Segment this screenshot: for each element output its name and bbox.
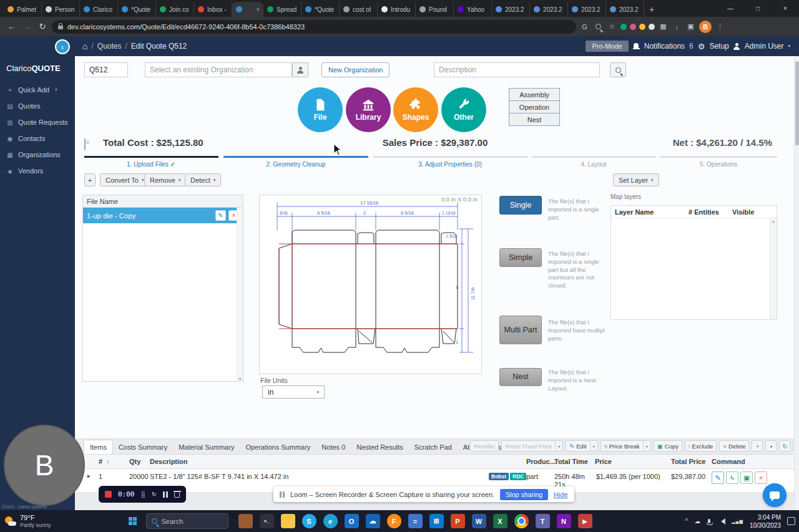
start-button[interactable] <box>129 517 137 526</box>
word-icon[interactable]: W <box>472 514 486 528</box>
sidebar-item-vendors[interactable]: ◈Vendors <box>0 163 75 179</box>
chat-widget-button[interactable] <box>763 483 787 507</box>
column-price[interactable]: Price <box>595 458 612 465</box>
onedrive-icon[interactable]: ☁ <box>366 514 380 528</box>
column-qty[interactable]: Qty <box>129 458 140 465</box>
select-contact-button[interactable] <box>292 62 308 77</box>
browser-tab[interactable]: 2023.2 <box>492 2 530 17</box>
organization-input[interactable] <box>145 62 292 77</box>
collapse-sidebar-button[interactable]: ‹ <box>55 39 70 54</box>
terminal-icon[interactable]: >_ <box>260 514 274 528</box>
browser-tab[interactable]: Clarico <box>80 2 118 17</box>
step-adjust-properties[interactable]: 3. Adjust Properties (0) <box>400 161 500 168</box>
new-organization-button[interactable]: New Organization <box>321 62 390 77</box>
expand-row-icon[interactable]: ▸ <box>87 473 91 479</box>
column-num[interactable]: # <box>99 458 102 465</box>
extension-icon[interactable] <box>639 24 645 30</box>
browser-tab[interactable]: Yahoo <box>454 2 492 17</box>
browser-tab[interactable]: 2023.2 <box>606 2 644 17</box>
tray-cloud-icon[interactable]: ☁ <box>694 518 700 525</box>
restart-recording-icon[interactable]: ↻ <box>152 491 157 498</box>
window-close-button[interactable]: × <box>772 0 799 17</box>
price-break-button[interactable]: ϟPrice Break <box>600 440 644 452</box>
step-upload-files[interactable]: 1. Upload Files ✓ <box>107 161 195 168</box>
column-description[interactable]: Description <box>150 458 188 465</box>
browser-tab[interactable]: Join co <box>156 2 194 17</box>
extension-icon[interactable] <box>630 24 636 30</box>
stop-sharing-button[interactable]: Stop sharing <box>500 489 548 500</box>
file-category-button[interactable]: File <box>298 87 343 132</box>
taskbar-clock[interactable]: 3:04 PM 10/30/2023 <box>750 513 781 530</box>
extension-icon[interactable] <box>620 24 627 30</box>
extension-icon[interactable] <box>649 24 655 30</box>
copy-item-button[interactable]: ▣Copy <box>654 440 682 452</box>
tab-costs-summary[interactable]: Costs Summary <box>113 440 173 454</box>
notifications-bell-icon[interactable] <box>633 43 640 49</box>
refresh-items-button[interactable]: ↻ <box>779 440 790 452</box>
drag-handle-icon[interactable]: ⣿ <box>141 491 145 498</box>
description-input[interactable] <box>434 62 600 77</box>
user-menu[interactable]: Admin User <box>745 42 784 51</box>
setup-link[interactable]: Setup <box>709 42 728 51</box>
media-player-icon[interactable]: ▶ <box>578 514 592 528</box>
delete-row-button[interactable]: × <box>755 472 767 484</box>
edit-item-button[interactable]: ✎Edit <box>566 440 590 452</box>
browser-tab[interactable]: Palmet <box>4 2 42 17</box>
browser-tab-active[interactable]: × <box>232 2 263 17</box>
weather-widget[interactable]: 79°FPartly sunny <box>0 510 56 532</box>
shapes-category-button[interactable]: Shapes <box>393 87 438 132</box>
chrome-icon[interactable] <box>514 514 529 528</box>
column-total-time[interactable]: Total Time <box>554 458 588 465</box>
chevron-down-icon[interactable]: ▾ <box>788 44 790 49</box>
reload-button[interactable]: ↻ <box>36 21 49 33</box>
tab-material-summary[interactable]: Material Summary <box>173 440 240 454</box>
sidebar-item-contacts[interactable]: ◉Contacts <box>0 130 75 147</box>
single-part-button[interactable]: Single <box>499 196 542 215</box>
outlook-icon[interactable]: O <box>345 514 359 528</box>
caret-down-icon[interactable]: ▾ <box>556 440 563 452</box>
edit-row-button[interactable]: ✎ <box>712 472 724 484</box>
assembly-button[interactable]: Assembly <box>509 88 560 101</box>
file-row-selected[interactable]: 1-up die - Copy ✎ × <box>83 208 243 223</box>
file-units-select[interactable]: in▾ <box>262 385 325 399</box>
site-lock-icon[interactable] <box>58 26 63 29</box>
other-category-button[interactable]: Other <box>441 87 486 132</box>
breadcrumb-quotes-link[interactable]: Quotes <box>97 42 122 51</box>
notifications-label[interactable]: Notifications <box>644 42 685 51</box>
nest-button[interactable]: Nest <box>509 113 560 126</box>
window-maximize-button[interactable]: □ <box>744 0 772 17</box>
tab-close-icon[interactable]: × <box>256 6 260 13</box>
zoom-icon[interactable] <box>593 23 604 31</box>
edge-icon[interactable]: e <box>323 514 338 528</box>
more-dropdown-button[interactable]: ▾ <box>765 440 777 452</box>
add-item-button[interactable]: + <box>752 440 763 452</box>
browser-menu-icon[interactable]: ⋮ <box>715 22 725 31</box>
sort-up-icon[interactable]: ↑ <box>106 458 110 465</box>
download-icon[interactable]: ↓ <box>672 23 682 31</box>
loom-camera-bubble[interactable]: B <box>4 425 85 506</box>
bookmark-star-icon[interactable]: ☆ <box>607 22 617 31</box>
address-bar[interactable]: dev.claricosystems.com/Quote/Edit/ecd466… <box>52 20 576 34</box>
tray-mic-icon[interactable] <box>707 519 712 523</box>
simple-part-button[interactable]: Simple <box>499 248 542 267</box>
delete-item-button[interactable]: ×Delete <box>719 440 749 452</box>
quote-number-input[interactable] <box>84 62 128 77</box>
library-category-button[interactable]: Library <box>346 87 391 132</box>
tab-operations-summary[interactable]: Operations Summary <box>240 440 316 454</box>
sidebar-item-quick-add[interactable]: +Quick Add▾ <box>0 82 75 98</box>
action-center-icon[interactable] <box>787 517 795 525</box>
setup-gear-icon[interactable]: ⚙ <box>698 42 705 51</box>
copy-row-button[interactable]: ▣ <box>740 472 753 484</box>
firefox-icon[interactable]: F <box>387 514 401 528</box>
onenote-icon[interactable]: N <box>557 514 571 528</box>
pro-mode-button[interactable]: Pro-Mode <box>586 41 628 52</box>
extensions-puzzle-icon[interactable]: ▦ <box>658 22 669 31</box>
scroll-up-icon[interactable]: ▲ <box>772 220 775 223</box>
tray-chevron-icon[interactable]: ^ <box>685 518 689 525</box>
column-total-price[interactable]: Total Price <box>671 458 705 465</box>
tab-items[interactable]: Items <box>84 440 113 454</box>
browser-tab[interactable]: Inbox - <box>194 2 232 17</box>
caret-down-icon[interactable]: ▾ <box>591 440 598 452</box>
browser-tab[interactable]: 2023.2 <box>530 2 568 17</box>
caret-down-icon[interactable]: ▾ <box>644 440 651 452</box>
